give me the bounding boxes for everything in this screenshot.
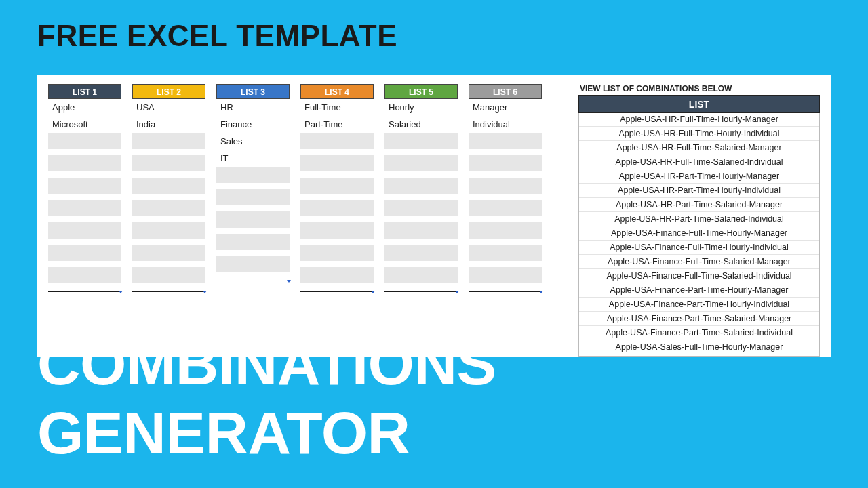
list-cell-empty[interactable]: [132, 133, 205, 150]
list-cell-empty[interactable]: [469, 245, 542, 262]
list-cell-empty[interactable]: [384, 267, 458, 284]
column-resize-handle[interactable]: [469, 291, 542, 292]
result-row[interactable]: Apple-USA-Finance-Full-Time-Hourly-Manag…: [579, 226, 819, 241]
column-resize-handle[interactable]: [216, 280, 290, 281]
list-cell-empty[interactable]: [48, 245, 121, 262]
list-cell-empty[interactable]: [469, 178, 542, 195]
list-cell[interactable]: Finance: [216, 116, 290, 133]
result-row[interactable]: Apple-USA-HR-Part-Time-Hourly-Individual: [579, 184, 819, 198]
list-cell-empty[interactable]: [384, 133, 458, 150]
list-cell-empty[interactable]: [384, 178, 458, 195]
list-cell-empty[interactable]: [469, 200, 542, 217]
spreadsheet-panel: LIST 1AppleMicrosoftLIST 2USAIndiaLIST 3…: [37, 75, 831, 357]
list-column-5: LIST 5HourlySalaried: [384, 84, 458, 357]
list-cell-empty[interactable]: [300, 222, 374, 239]
list-cell-empty[interactable]: [48, 178, 121, 195]
result-row[interactable]: Apple-USA-Finance-Full-Time-Hourly-Indiv…: [579, 241, 819, 255]
list-cell-empty[interactable]: [384, 222, 458, 239]
result-row[interactable]: Apple-USA-HR-Full-Time-Hourly-Individual: [579, 127, 819, 141]
list-column-2: LIST 2USAIndia: [132, 84, 205, 357]
list-cell-empty[interactable]: [469, 155, 542, 172]
result-row[interactable]: Apple-USA-Finance-Part-Time-Hourly-Indiv…: [579, 298, 819, 312]
results-caption: VIEW LIST OF COMBINATIONS BELOW: [578, 84, 820, 94]
list-cell[interactable]: Manager: [469, 99, 542, 116]
list-cell-empty[interactable]: [48, 155, 121, 172]
list-cell[interactable]: Apple: [48, 99, 121, 116]
gap-row: [132, 217, 205, 222]
gap-row: [48, 172, 121, 178]
list-cell-empty[interactable]: [384, 155, 458, 172]
list-cell-empty[interactable]: [469, 222, 542, 239]
list-cell-empty[interactable]: [384, 245, 458, 262]
list-cell[interactable]: Microsoft: [48, 116, 121, 133]
result-row[interactable]: Apple-USA-Finance-Full-Time-Salaried-Ind…: [579, 269, 819, 283]
column-resize-handle[interactable]: [48, 291, 121, 292]
gap-row: [48, 195, 121, 200]
result-row[interactable]: Apple-USA-HR-Full-Time-Salaried-Individu…: [579, 155, 819, 169]
list-cell-empty[interactable]: [300, 267, 374, 284]
result-row[interactable]: Apple-USA-Finance-Part-Time-Hourly-Manag…: [579, 283, 819, 298]
gap-row: [132, 172, 205, 178]
list-cell[interactable]: HR: [216, 99, 290, 116]
list-cell-empty[interactable]: [216, 189, 290, 206]
result-row[interactable]: Apple-USA-HR-Part-Time-Hourly-Manager: [579, 169, 819, 184]
result-row[interactable]: Apple-USA-HR-Part-Time-Salaried-Manager: [579, 198, 819, 212]
list-cell-empty[interactable]: [48, 133, 121, 150]
gap-row: [132, 262, 205, 267]
list-cell-empty[interactable]: [469, 133, 542, 150]
gap-row: [216, 184, 290, 189]
list-cell[interactable]: Full-Time: [300, 99, 374, 116]
gap-row: [384, 172, 458, 178]
list-cell-empty[interactable]: [469, 267, 542, 284]
list-cell-empty[interactable]: [132, 178, 205, 195]
list-cell-empty[interactable]: [48, 200, 121, 217]
result-row[interactable]: Apple-USA-Finance-Part-Time-Salaried-Man…: [579, 312, 819, 326]
results-body[interactable]: Apple-USA-HR-Full-Time-Hourly-ManagerApp…: [578, 113, 820, 357]
lists-area: LIST 1AppleMicrosoftLIST 2USAIndiaLIST 3…: [48, 84, 542, 357]
list-cell-empty[interactable]: [300, 178, 374, 195]
list-cell-empty[interactable]: [132, 200, 205, 217]
list-column-6: LIST 6ManagerIndividual: [469, 84, 542, 357]
list-cell-empty[interactable]: [300, 155, 374, 172]
gap-row: [384, 262, 458, 267]
list-cell-empty[interactable]: [48, 267, 121, 284]
gap-row: [300, 150, 374, 155]
list-cell-empty[interactable]: [132, 155, 205, 172]
list-cell-empty[interactable]: [216, 211, 290, 228]
result-row[interactable]: Apple-USA-HR-Part-Time-Salaried-Individu…: [579, 212, 819, 226]
list-cell[interactable]: USA: [132, 99, 205, 116]
list-cell[interactable]: Individual: [469, 116, 542, 133]
result-row[interactable]: Apple-USA-HR-Full-Time-Hourly-Manager: [579, 113, 819, 127]
list-cell-empty[interactable]: [216, 256, 290, 273]
gap-row: [469, 239, 542, 245]
gap-row: [48, 262, 121, 267]
results-header: LIST: [578, 95, 820, 113]
list-cell-empty[interactable]: [384, 200, 458, 217]
list-cell-empty[interactable]: [300, 200, 374, 217]
result-row[interactable]: Apple-USA-Finance-Full-Time-Salaried-Man…: [579, 255, 819, 269]
column-resize-handle[interactable]: [300, 291, 374, 292]
gap-row: [384, 195, 458, 200]
gap-row: [384, 150, 458, 155]
list-cell-empty[interactable]: [132, 245, 205, 262]
list-cell[interactable]: IT: [216, 150, 290, 167]
list-cell-empty[interactable]: [48, 222, 121, 239]
list-cell[interactable]: Salaried: [384, 116, 458, 133]
gap-row: [300, 195, 374, 200]
list-cell-empty[interactable]: [132, 222, 205, 239]
column-resize-handle[interactable]: [132, 291, 205, 292]
gap-row: [469, 262, 542, 267]
list-cell[interactable]: India: [132, 116, 205, 133]
list-cell[interactable]: Hourly: [384, 99, 458, 116]
gap-row: [469, 217, 542, 222]
list-cell-empty[interactable]: [216, 167, 290, 184]
list-cell-empty[interactable]: [300, 245, 374, 262]
list-cell-empty[interactable]: [132, 267, 205, 284]
result-row[interactable]: Apple-USA-HR-Full-Time-Salaried-Manager: [579, 141, 819, 155]
list-cell-empty[interactable]: [216, 234, 290, 251]
list-cell[interactable]: Sales: [216, 133, 290, 150]
list-cell[interactable]: Part-Time: [300, 116, 374, 133]
list-cell-empty[interactable]: [300, 133, 374, 150]
column-resize-handle[interactable]: [384, 291, 458, 292]
gap-row: [300, 262, 374, 267]
